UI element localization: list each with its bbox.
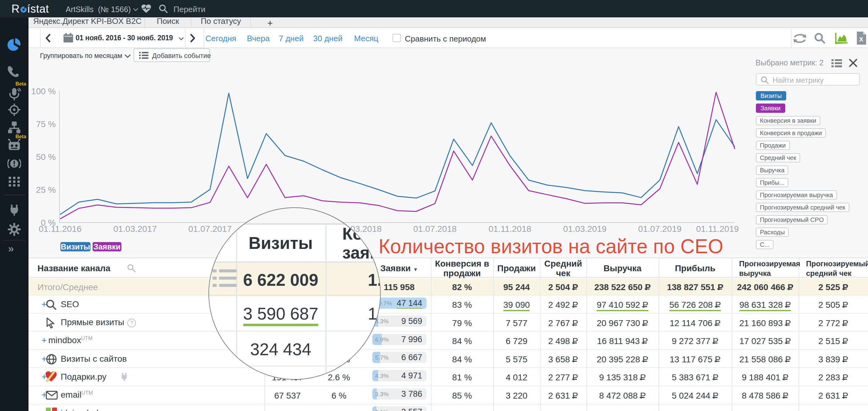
svg-text:0 %: 0 % xyxy=(41,218,56,228)
svg-text:25 %: 25 % xyxy=(36,185,56,195)
svg-text:01.03.2019: 01.03.2019 xyxy=(563,224,607,234)
svg-text:100 %: 100 % xyxy=(31,86,56,96)
svg-text:01.11.2019: 01.11.2019 xyxy=(696,224,739,234)
svg-text:?: ? xyxy=(130,320,133,326)
svg-text:01.07.2018: 01.07.2018 xyxy=(413,224,457,234)
svg-text:75 %: 75 % xyxy=(36,119,56,129)
svg-text:01.11.2018: 01.11.2018 xyxy=(489,224,531,234)
svg-text:01.03.2017: 01.03.2017 xyxy=(113,224,157,234)
svg-text:X: X xyxy=(859,36,863,43)
svg-text:01.07.2019: 01.07.2019 xyxy=(638,224,682,234)
svg-text:50 %: 50 % xyxy=(36,152,56,162)
svg-text:01.07.2017: 01.07.2017 xyxy=(188,224,232,234)
